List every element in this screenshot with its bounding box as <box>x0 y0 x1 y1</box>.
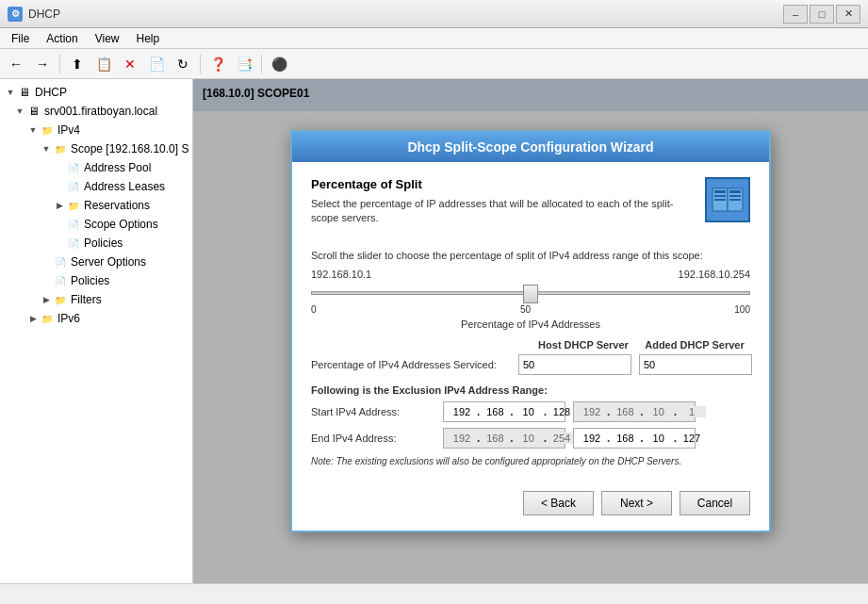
ipv4-icon: 📁 <box>40 122 55 138</box>
back-button[interactable]: < Back <box>523 491 594 515</box>
section-desc: Select the percentage of IP addresses th… <box>311 197 694 226</box>
back-button[interactable]: ← <box>4 53 28 75</box>
window-title: DHCP <box>28 8 60 21</box>
host-percentage-input[interactable] <box>518 354 631 375</box>
close-button[interactable]: ✕ <box>836 5 860 24</box>
col-added-header: Added DHCP Server <box>639 339 750 351</box>
scroll-instruction: Scroll the slider to choose the percenta… <box>311 250 750 261</box>
section-title: Percentage of Split <box>311 177 694 191</box>
sidebar-item-ipv6[interactable]: ▶ 📁 IPv6 <box>0 309 192 328</box>
added-end-p3[interactable] <box>645 433 673 444</box>
wizard-dialog: Dhcp Split-Scope Configuration Wizard Pe… <box>290 130 771 533</box>
filters-label: Filters <box>71 293 102 306</box>
host-end-ip[interactable]: . . . <box>443 428 565 449</box>
sidebar-item-reservations[interactable]: ▶ 📁 Reservations <box>0 196 192 215</box>
menu-file[interactable]: File <box>4 30 37 47</box>
end-ipv4-row: End IPv4 Address: . . . <box>311 428 750 449</box>
host-start-p2[interactable] <box>481 406 509 417</box>
cancel-button[interactable]: Cancel <box>680 491 750 515</box>
start-ipv4-row: Start IPv4 Address: . . . <box>311 401 750 422</box>
policies2-icon: 📄 <box>53 273 68 288</box>
added-end-p1[interactable] <box>578 433 606 444</box>
added-start-ip[interactable]: . . . <box>573 401 696 422</box>
percentage-serviced-row: Percentage of IPv4 Addresses Serviced: <box>311 354 750 375</box>
percentage-label: Percentage of IPv4 Addresses <box>311 318 750 330</box>
svg-rect-3 <box>729 190 741 193</box>
ipv4-label: IPv4 <box>57 123 80 137</box>
address-pool-icon: 📄 <box>66 160 81 175</box>
expand-policies2 <box>40 274 53 287</box>
end-label: End IPv4 Address: <box>311 433 443 444</box>
next-button[interactable]: Next > <box>601 491 672 515</box>
menu-bar: File Action View Help <box>0 28 868 49</box>
filters-icon: 📁 <box>53 292 68 307</box>
expand-scope-options <box>53 218 66 231</box>
host-start-ip[interactable]: . . . <box>443 401 565 422</box>
help-button[interactable]: ❓ <box>205 53 230 75</box>
sidebar-item-ipv4[interactable]: ▼ 📁 IPv4 <box>0 121 192 139</box>
sidebar-item-scope-options[interactable]: 📄 Scope Options <box>0 215 192 234</box>
ip-start: 192.168.10.1 <box>311 269 371 280</box>
host-start-p3[interactable] <box>515 406 543 417</box>
forward-button[interactable]: → <box>30 53 55 75</box>
added-start-p1[interactable] <box>578 406 606 417</box>
status-bar <box>0 583 868 604</box>
host-end-p4[interactable] <box>548 433 576 444</box>
menu-view[interactable]: View <box>88 30 127 47</box>
record-button[interactable]: ⚫ <box>267 53 291 75</box>
sidebar-item-server[interactable]: ▼ 🖥 srv001.firatboyan.local <box>0 102 192 121</box>
restore-button[interactable]: □ <box>810 5 834 24</box>
toolbar-separator-3 <box>261 55 262 73</box>
ipv6-label: IPv6 <box>57 312 80 325</box>
sidebar-item-policies2[interactable]: 📄 Policies <box>0 271 192 290</box>
delete-button[interactable]: ✕ <box>118 53 142 75</box>
sidebar-item-scope[interactable]: ▼ 📁 Scope [192.168.10.0] S <box>0 139 192 158</box>
host-start-p1[interactable] <box>448 406 476 417</box>
menu-help[interactable]: Help <box>129 30 168 47</box>
menu-action[interactable]: Action <box>39 30 85 47</box>
added-start-p3[interactable] <box>645 406 673 417</box>
added-start-p2[interactable] <box>611 406 639 417</box>
slider-container: 0 50 100 <box>311 284 750 315</box>
slider-ticks: 0 50 100 <box>311 304 750 315</box>
exclusion-title: Following is the Exclusion IPv4 Address … <box>311 384 750 396</box>
added-end-p2[interactable] <box>611 433 639 444</box>
added-end-ip[interactable]: . . . <box>573 428 696 449</box>
export-button[interactable]: 📑 <box>232 53 256 75</box>
host-end-p2[interactable] <box>481 433 509 444</box>
up-button[interactable]: ⬆ <box>65 53 90 75</box>
expand-dhcp: ▼ <box>4 86 17 99</box>
slider-thumb[interactable] <box>523 285 538 303</box>
dialog-footer: < Back Next > Cancel <box>292 482 769 531</box>
host-end-p3[interactable] <box>515 433 543 444</box>
host-start-p4[interactable] <box>548 406 576 417</box>
added-start-p4[interactable] <box>678 406 706 417</box>
sidebar-item-address-pool[interactable]: 📄 Address Pool <box>0 158 192 177</box>
sidebar-item-policies[interactable]: 📄 Policies <box>0 234 192 253</box>
sidebar-item-filters[interactable]: ▶ 📁 Filters <box>0 290 192 309</box>
percentage-row-label: Percentage of IPv4 Addresses Serviced: <box>311 359 518 370</box>
minimize-button[interactable]: – <box>783 5 808 24</box>
sidebar-item-dhcp[interactable]: ▼ 🖥 DHCP <box>0 83 192 102</box>
expand-address-pool <box>53 161 66 174</box>
sidebar-item-server-options[interactable]: 📄 Server Options <box>0 253 192 271</box>
toolbar: ← → ⬆ 📋 ✕ 📄 ↻ ❓ 📑 ⚫ <box>0 49 868 79</box>
copy-button[interactable]: 📋 <box>91 53 116 75</box>
refresh-button[interactable]: ↻ <box>171 53 195 75</box>
added-percentage-input[interactable] <box>639 354 752 375</box>
start-label: Start IPv4 Address: <box>311 406 443 417</box>
app-icon: ⚙ <box>8 7 23 22</box>
col-host-header: Host DHCP Server <box>528 339 639 351</box>
tick-50: 50 <box>520 304 531 315</box>
content-panel: [168.10.0] SCOPE01 Dhcp Split-Scope Conf… <box>193 79 868 583</box>
added-end-p4[interactable] <box>678 433 706 444</box>
reservations-label: Reservations <box>84 199 150 212</box>
ipv6-icon: 📁 <box>40 311 55 326</box>
slider-track[interactable] <box>311 284 750 302</box>
expand-ipv6: ▶ <box>26 312 40 325</box>
server-options-icon: 📄 <box>53 254 68 269</box>
host-end-p1[interactable] <box>448 433 476 444</box>
sidebar-item-address-leases[interactable]: 📄 Address Leases <box>0 177 192 196</box>
scope-options-label: Scope Options <box>84 218 158 231</box>
properties-button[interactable]: 📄 <box>144 53 169 75</box>
